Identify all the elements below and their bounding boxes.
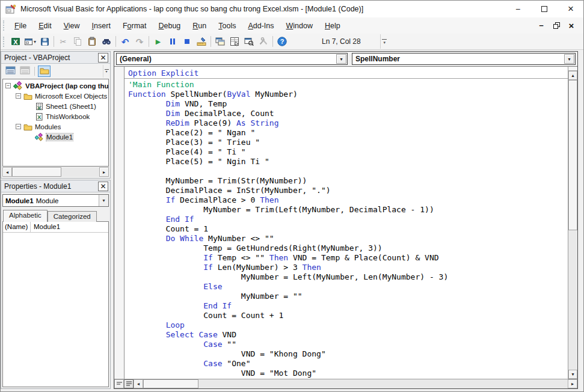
properties-panel-header[interactable]: Properties - Module1 ✕ [1,180,110,192]
code-line[interactable]: Count = Count + 1 [128,311,568,320]
scrollbar-track[interactable] [61,167,99,177]
code-line[interactable]: VND = "Khong Dong" [128,349,568,359]
code-line[interactable]: Temp = GetHundreds(Right(MyNumber, 3)) [128,243,568,253]
copy-button[interactable] [70,35,85,49]
menu-edit[interactable]: Edit [32,19,58,33]
scroll-left-button[interactable]: ◂ [134,379,143,388]
collapse-expander-icon[interactable]: − [5,83,11,88]
split-handle[interactable] [568,67,577,71]
collapse-expander-icon[interactable]: − [16,93,21,99]
close-button[interactable]: × [567,5,575,13]
scroll-right-button[interactable]: ▸ [568,379,577,388]
code-line[interactable]: End If [128,215,568,224]
scroll-down-button[interactable]: ▾ [568,370,577,379]
project-toolbar-overflow-button[interactable]: ▾ [103,65,109,78]
view-object-button[interactable] [19,66,31,77]
code-line[interactable]: VND = "Mot Dong" [128,369,568,378]
code-line[interactable]: ReDim Place(9) As String [128,118,568,128]
toolbar-overflow-button[interactable]: ▾ [380,34,389,49]
code-line[interactable]: Case "One" [128,359,568,369]
tree-item-label[interactable]: Sheet1 (Sheet1) [46,103,96,110]
code-line[interactable]: Dim VND, Temp [128,99,568,109]
procedure-view-button[interactable] [114,379,124,388]
project-panel-close-button[interactable]: ✕ [98,53,108,63]
run-sub-button[interactable]: ▶ [151,35,165,49]
mdi-minimize-button[interactable]: − [536,21,546,31]
menu-debug[interactable]: Debug [152,19,186,33]
code-line[interactable]: MyNumber = "" [128,292,568,301]
tree-item-label[interactable]: Modules [35,123,61,130]
tree-item-module1[interactable]: Module1 [4,132,108,142]
code-line[interactable]: Select Case VND [128,330,568,340]
scroll-left-button[interactable]: ◂ [2,167,12,177]
object-combo[interactable]: (General) ▾ [116,53,348,65]
scrollbar-track[interactable] [568,230,577,370]
code-line[interactable]: Case "" [128,340,568,349]
minimize-button[interactable]: − [514,5,522,13]
code-vertical-scrollbar[interactable]: ▴ ▾ [568,67,577,379]
code-line[interactable]: Function SpellNumber(ByVal MyNumber) [128,90,568,99]
mdi-restore-button[interactable] [552,21,561,31]
code-line[interactable]: Place(4) = " Ti " [128,147,568,157]
maximize-button[interactable] [540,5,549,13]
title-bar[interactable]: Microsoft Visual Basic for Applications … [1,1,583,17]
code-line[interactable]: Loop [128,320,568,330]
project-explorer-button[interactable] [213,35,227,49]
code-line[interactable]: Place(5) = " Ngin Ti " [128,157,568,167]
menu-run[interactable]: Run [186,19,212,33]
code-line[interactable]: MyNumber = Left(MyNumber, Len(MyNumber) … [128,272,568,282]
procedure-combo[interactable]: SpellNumber ▾ [352,53,576,65]
scrollbar-thumb[interactable] [568,80,577,230]
properties-object-combo[interactable]: Module1 Module ▾ [2,194,109,207]
code-line[interactable]: Do While MyNumber <> "" [128,234,568,243]
toolbox-button[interactable] [256,35,271,49]
code-line[interactable]: Else [128,282,568,292]
full-module-view-button[interactable] [124,379,134,388]
tree-item-microsoft-excel-objects[interactable]: −Microsoft Excel Objects [4,91,108,101]
code-horizontal-scrollbar[interactable]: ◂ ▸ [114,379,577,388]
tab-alphabetic[interactable]: Alphabetic [3,210,48,222]
combo-dropdown-button[interactable]: ▾ [99,195,108,206]
code-line[interactable]: End If [128,301,568,311]
menu-tools[interactable]: Tools [212,19,242,33]
menu-grip[interactable] [3,20,6,31]
menu-addins[interactable]: Add-Ins [242,19,280,33]
code-line[interactable]: MyNumber = Trim(Str(MyNumber)) [128,176,568,186]
code-line[interactable]: Place(2) = " Ngan " [128,128,568,138]
code-editor[interactable]: Option Explicit'Main FunctionFunction Sp… [124,67,568,379]
save-button[interactable] [37,35,52,49]
procedure-combo-dropdown-button[interactable]: ▾ [564,54,574,64]
code-line[interactable]: MyNumber = Trim(Left(MyNumber, DecimalPl… [128,205,568,215]
code-line[interactable]: Place(3) = " Trieu " [128,138,568,147]
find-button[interactable] [99,35,114,49]
design-mode-button[interactable] [194,35,209,49]
tab-categorized[interactable]: Categorized [48,211,97,222]
break-button[interactable] [165,35,180,49]
property-value[interactable]: Module1 [31,222,108,232]
scrollbar-thumb[interactable] [12,167,61,177]
code-line[interactable]: If DecimalPlace > 0 Then [128,195,568,205]
code-line[interactable] [128,167,568,176]
tree-item-label[interactable]: VBAProject (lap cong thu [25,82,108,90]
project-panel-header[interactable]: Project - VBAProject ✕ [1,52,110,64]
scroll-right-button[interactable]: ▸ [99,167,109,177]
tree-item-vbaproject-lap-cong-thu[interactable]: −VBAProject (lap cong thu [4,81,108,91]
tree-item-label[interactable]: ThisWorkbook [46,113,90,120]
view-code-button[interactable] [4,66,17,77]
cut-button[interactable]: ✂ [56,35,70,49]
code-line[interactable]: Option Explicit [128,69,568,78]
code-line[interactable]: Dim DecimalPlace, Count [128,109,568,118]
scroll-up-button[interactable]: ▴ [568,71,577,80]
menu-window[interactable]: Window [280,19,319,33]
toggle-folders-button[interactable] [38,66,51,77]
project-horizontal-scrollbar[interactable]: ◂ ▸ [2,167,109,177]
toolbar-grip[interactable] [3,37,6,47]
insert-userform-button[interactable]: ▾ [23,35,37,49]
menu-file[interactable]: File [8,19,32,33]
margin-indicator-bar[interactable] [114,67,124,379]
code-line[interactable]: Count = 1 [128,224,568,234]
properties-panel-close-button[interactable]: ✕ [98,182,108,191]
menu-format[interactable]: Format [117,19,153,33]
property-row[interactable]: (Name)Module1 [3,222,108,233]
menu-help[interactable]: Help [319,19,346,33]
